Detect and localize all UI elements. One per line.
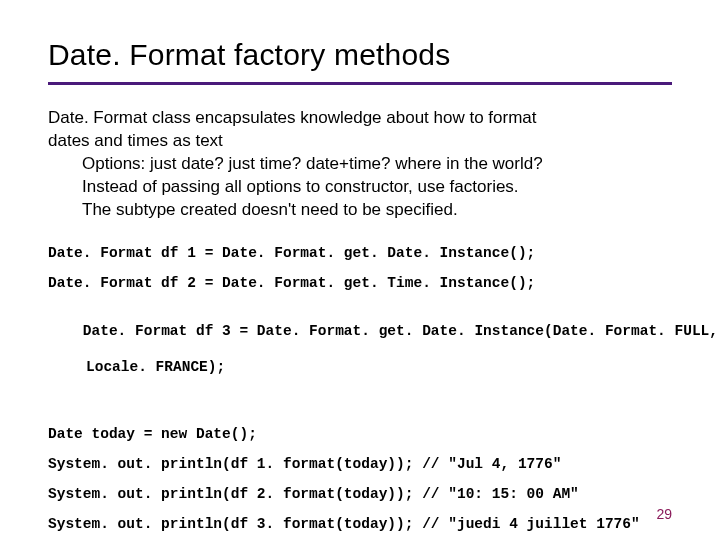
code-text: Date. Format df 3 = Date. Format. get. D…: [83, 323, 718, 339]
page-number: 29: [656, 506, 672, 522]
intro-text: Date. Format class encapsulates knowledg…: [48, 107, 672, 222]
code-line: System. out. println(df 3. format(today)…: [48, 515, 672, 533]
intro-option: Instead of passing all options to constr…: [48, 176, 672, 199]
code-line: Date. Format df 2 = Date. Format. get. T…: [48, 274, 672, 292]
code-line: System. out. println(df 1. format(today)…: [48, 455, 672, 473]
slide-title: Date. Format factory methods: [48, 38, 672, 72]
code-line: Date. Format df 1 = Date. Format. get. D…: [48, 244, 672, 262]
code-continuation: Locale. FRANCE);: [48, 358, 672, 376]
code-line: Date. Format df 3 = Date. Format. get. D…: [48, 304, 672, 413]
title-underline: [48, 82, 672, 85]
intro-option: Options: just date? just time? date+time…: [48, 153, 672, 176]
intro-line: Date. Format class encapsulates knowledg…: [48, 107, 672, 130]
code-block: Date. Format df 1 = Date. Format. get. D…: [48, 244, 672, 534]
code-line: Date today = new Date();: [48, 425, 672, 443]
intro-line: dates and times as text: [48, 130, 672, 153]
code-line: System. out. println(df 2. format(today)…: [48, 485, 672, 503]
intro-option: The subtype created doesn't need to be s…: [48, 199, 672, 222]
